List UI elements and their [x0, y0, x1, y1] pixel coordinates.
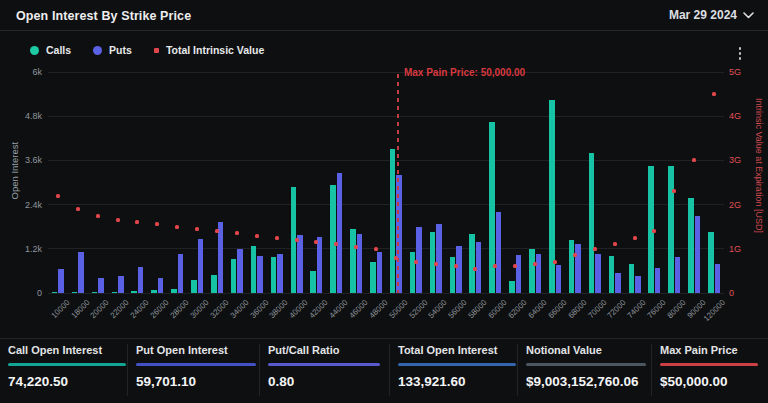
call-bar[interactable]	[668, 166, 674, 293]
put-bar[interactable]	[595, 254, 601, 293]
put-bar[interactable]	[655, 268, 661, 293]
intrinsic-value-dot[interactable]	[374, 247, 378, 251]
intrinsic-value-dot[interactable]	[454, 264, 458, 268]
chevron-down-icon	[743, 12, 754, 19]
put-bar[interactable]	[695, 216, 701, 293]
put-bar[interactable]	[675, 257, 681, 293]
call-bar[interactable]	[350, 229, 356, 293]
put-bar[interactable]	[237, 249, 243, 293]
x-axis-label: 18000	[69, 298, 91, 320]
intrinsic-value-dot[interactable]	[354, 245, 358, 249]
put-bar[interactable]	[58, 269, 64, 293]
intrinsic-value-dot[interactable]	[434, 262, 438, 266]
call-bar[interactable]	[52, 292, 58, 294]
put-bar[interactable]	[297, 235, 303, 293]
put-bar[interactable]	[98, 278, 104, 293]
put-bar[interactable]	[198, 239, 204, 293]
intrinsic-value-dot[interactable]	[553, 260, 557, 264]
call-bar[interactable]	[529, 249, 535, 293]
put-bar[interactable]	[536, 254, 542, 293]
call-bar[interactable]	[629, 264, 635, 293]
put-bar[interactable]	[715, 264, 721, 293]
intrinsic-value-dot[interactable]	[633, 236, 637, 240]
call-bar[interactable]	[191, 280, 197, 293]
intrinsic-value-dot[interactable]	[513, 264, 517, 268]
intrinsic-value-dot[interactable]	[235, 231, 239, 235]
put-bar[interactable]	[615, 273, 621, 293]
put-bar[interactable]	[317, 237, 323, 293]
call-bar[interactable]	[370, 262, 376, 293]
call-bar[interactable]	[92, 292, 98, 294]
put-bar[interactable]	[496, 212, 502, 293]
intrinsic-value-dot[interactable]	[175, 225, 179, 229]
put-bar[interactable]	[277, 254, 283, 293]
intrinsic-value-dot[interactable]	[652, 229, 656, 233]
intrinsic-value-dot[interactable]	[613, 242, 617, 246]
kebab-menu-icon[interactable]	[736, 44, 745, 63]
put-bar[interactable]	[516, 255, 522, 293]
intrinsic-value-dot[interactable]	[394, 256, 398, 260]
call-bar[interactable]	[330, 185, 336, 293]
call-bar[interactable]	[131, 291, 137, 293]
put-bar[interactable]	[575, 244, 581, 293]
call-bar[interactable]	[171, 289, 177, 293]
intrinsic-value-dot[interactable]	[275, 236, 279, 240]
legend-item-calls[interactable]: Calls	[30, 44, 71, 56]
call-bar[interactable]	[609, 256, 615, 293]
intrinsic-value-dot[interactable]	[414, 260, 418, 264]
legend-item-puts[interactable]: Puts	[93, 44, 132, 56]
intrinsic-value-dot[interactable]	[96, 214, 100, 218]
call-bar[interactable]	[469, 234, 475, 293]
call-bar[interactable]	[390, 149, 396, 293]
date-selector[interactable]: Mar 29 2024	[669, 8, 754, 22]
put-bar[interactable]	[78, 252, 84, 293]
intrinsic-value-dot[interactable]	[56, 194, 60, 198]
put-bar[interactable]	[556, 265, 562, 293]
legend-dot-icon	[30, 46, 39, 55]
call-bar[interactable]	[72, 292, 78, 294]
call-bar[interactable]	[310, 271, 316, 293]
intrinsic-value-dot[interactable]	[593, 247, 597, 251]
call-bar[interactable]	[569, 240, 575, 293]
call-bar[interactable]	[112, 292, 118, 294]
call-bar[interactable]	[271, 257, 277, 293]
x-axis-label: 32000	[208, 298, 230, 320]
put-bar[interactable]	[337, 173, 343, 293]
chart-legend: CallsPutsTotal Intrinsic Value	[30, 44, 264, 56]
intrinsic-value-dot[interactable]	[195, 227, 199, 231]
put-bar[interactable]	[635, 276, 641, 293]
intrinsic-value-dot[interactable]	[76, 207, 80, 211]
intrinsic-value-dot[interactable]	[295, 238, 299, 242]
put-bar[interactable]	[436, 224, 442, 293]
put-bar[interactable]	[138, 267, 144, 293]
intrinsic-value-dot[interactable]	[473, 267, 477, 271]
call-bar[interactable]	[410, 252, 416, 293]
intrinsic-value-dot[interactable]	[135, 220, 139, 224]
call-bar[interactable]	[211, 275, 217, 293]
put-bar[interactable]	[357, 234, 363, 293]
call-bar[interactable]	[509, 281, 515, 293]
call-bar[interactable]	[688, 198, 694, 293]
intrinsic-value-dot[interactable]	[215, 229, 219, 233]
intrinsic-value-dot[interactable]	[116, 218, 120, 222]
put-bar[interactable]	[178, 254, 184, 293]
intrinsic-value-dot[interactable]	[672, 189, 676, 193]
intrinsic-value-dot[interactable]	[255, 234, 259, 238]
intrinsic-value-dot[interactable]	[712, 92, 716, 96]
put-bar[interactable]	[118, 276, 124, 293]
call-bar[interactable]	[231, 259, 237, 293]
call-bar[interactable]	[151, 290, 157, 293]
call-bar[interactable]	[708, 232, 714, 293]
put-bar[interactable]	[158, 278, 164, 293]
intrinsic-value-dot[interactable]	[155, 222, 159, 226]
put-bar[interactable]	[257, 256, 263, 293]
call-bar[interactable]	[589, 153, 595, 293]
call-bar[interactable]	[251, 246, 257, 293]
legend-item-total-intrinsic-value[interactable]: Total Intrinsic Value	[154, 44, 264, 56]
put-bar[interactable]	[456, 246, 462, 293]
stat-value: 0.80	[268, 374, 380, 389]
put-bar[interactable]	[377, 252, 383, 293]
call-bar[interactable]	[450, 257, 456, 293]
intrinsic-value-dot[interactable]	[692, 158, 696, 162]
put-bar[interactable]	[218, 222, 224, 293]
